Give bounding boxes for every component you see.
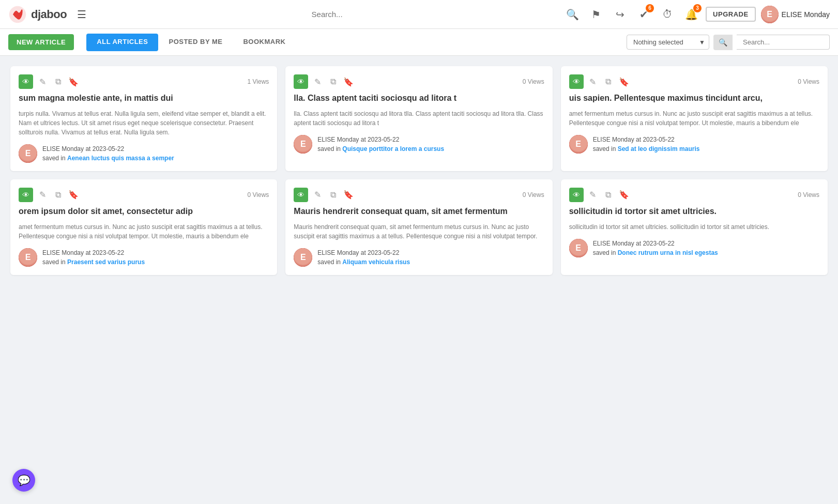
user-avatar: E [761,6,779,23]
tab-all-articles[interactable]: ALL ARTICLES [86,34,158,51]
avatar-face: E [569,135,588,154]
footer-meta: ELISE Monday at 2023-05-22 saved in Prae… [42,248,145,267]
share-button[interactable]: ↪ [611,5,629,24]
flag-button[interactable]: ⚑ [587,5,605,24]
copy-icon-button[interactable]: ⧉ [602,75,615,88]
saved-in-link[interactable]: Aenean luctus quis massa a semper [67,155,174,162]
article-title: uis sapien. Pellentesque maximus tincidu… [569,93,819,104]
user-area[interactable]: E ELISE Monday [761,6,830,23]
article-card: 👁 ✎ ⧉ 🔖 0 Views lla. Class aptent taciti… [285,66,552,171]
footer-meta: ELISE Monday at 2023-05-22 saved in Sed … [593,135,700,154]
views-badge: 1 Views [248,78,269,85]
article-card: 👁 ✎ ⧉ 🔖 0 Views Mauris hendrerit consequ… [285,179,552,275]
avatar-face: E [19,248,37,267]
author-date: ELISE Monday at 2023-05-22 [42,248,145,257]
copy-icon-button[interactable]: ⧉ [327,75,339,88]
bookmark-icon-button[interactable]: 🔖 [618,75,630,88]
eye-icon-button[interactable]: 👁 [19,74,33,89]
card-footer: E ELISE Monday at 2023-05-22 saved in Do… [569,239,819,257]
saved-in-link[interactable]: Aliquam vehicula risus [342,258,410,266]
card-icons: 👁 ✎ ⧉ 🔖 [19,74,80,89]
article-excerpt: turpis nulla. Vivamus at tellus erat. Nu… [19,109,269,137]
card-top: 👁 ✎ ⧉ 🔖 0 Views [19,188,269,202]
copy-icon-button[interactable]: ⧉ [602,189,615,201]
author-date: ELISE Monday at 2023-05-22 [317,248,410,257]
card-icons: 👁 ✎ ⧉ 🔖 [294,188,355,202]
toolbar-search-icon-button[interactable]: 🔍 [713,35,733,50]
card-top: 👁 ✎ ⧉ 🔖 0 Views [294,74,544,89]
edit-icon-button[interactable]: ✎ [36,75,49,88]
eye-icon-button[interactable]: 👁 [19,188,33,202]
search-button[interactable]: 🔍 [563,5,582,24]
copy-icon-button[interactable]: ⧉ [52,75,64,88]
saved-in-link[interactable]: Quisque porttitor a lorem a cursus [342,145,444,152]
edit-icon-button[interactable]: ✎ [587,189,599,201]
eye-icon-button[interactable]: 👁 [569,188,584,202]
author-date: ELISE Monday at 2023-05-22 [593,239,718,248]
card-top: 👁 ✎ ⧉ 🔖 1 Views [19,74,269,89]
article-excerpt: lla. Class aptent taciti sociosqu ad lit… [294,109,544,128]
toolbar: NEW ARTICLE ALL ARTICLES POSTED BY ME BO… [0,29,838,56]
saved-in-link[interactable]: Sed at leo dignissim mauris [618,145,700,152]
tabs-area: ALL ARTICLES POSTED BY ME BOOKMARK [86,34,296,51]
author-avatar: E [294,135,312,154]
author-avatar: E [294,248,312,267]
avatar-face: E [569,239,588,257]
tab-posted-by-me[interactable]: POSTED BY ME [158,34,233,51]
views-badge: 0 Views [523,78,544,85]
filter-select[interactable]: Nothing selected [627,35,709,50]
edit-icon-button[interactable]: ✎ [311,189,324,201]
eye-icon-button[interactable]: 👁 [294,188,308,202]
header-search-input[interactable] [239,10,415,19]
toolbar-right: Nothing selected ▼ 🔍 [627,35,830,50]
eye-icon-button[interactable]: 👁 [569,74,584,89]
edit-icon-button[interactable]: ✎ [311,75,324,88]
tasks-button[interactable]: ✔ 6 [634,5,653,24]
card-icons: 👁 ✎ ⧉ 🔖 [294,74,355,89]
clock-button[interactable]: ⏱ [658,5,677,24]
article-title: orem ipsum dolor sit amet, consectetur a… [19,206,269,217]
card-top: 👁 ✎ ⧉ 🔖 0 Views [569,188,819,202]
edit-icon-button[interactable]: ✎ [587,75,599,88]
saved-in-link[interactable]: Praesent sed varius purus [67,258,145,266]
new-article-button[interactable]: NEW ARTICLE [8,34,74,50]
bell-button[interactable]: 🔔 3 [682,5,700,24]
article-card: 👁 ✎ ⧉ 🔖 1 Views sum magna molestie ante,… [10,66,277,171]
author-date: ELISE Monday at 2023-05-22 [317,135,444,144]
card-footer: E ELISE Monday at 2023-05-22 saved in Al… [294,248,544,267]
article-title: sollicitudin id tortor sit amet ultricie… [569,206,819,217]
header-search-area [91,10,563,19]
bookmark-icon-button[interactable]: 🔖 [67,75,80,88]
logo-area: djaboo ☰ [8,5,91,24]
bookmark-icon-button[interactable]: 🔖 [342,189,355,201]
card-icons: 👁 ✎ ⧉ 🔖 [569,188,630,202]
article-card: 👁 ✎ ⧉ 🔖 0 Views orem ipsum dolor sit ame… [10,179,277,275]
edit-icon-button[interactable]: ✎ [36,189,49,201]
eye-icon-button[interactable]: 👁 [294,74,308,89]
author-avatar: E [569,239,588,257]
tab-bookmark[interactable]: BOOKMARK [233,34,296,51]
author-avatar: E [19,144,37,163]
footer-meta: ELISE Monday at 2023-05-22 saved in Done… [593,239,718,257]
card-footer: E ELISE Monday at 2023-05-22 saved in Qu… [294,135,544,154]
bookmark-icon-button[interactable]: 🔖 [67,189,80,201]
bookmark-icon-button[interactable]: 🔖 [618,189,630,201]
views-badge: 0 Views [248,191,269,198]
author-avatar: E [569,135,588,154]
copy-icon-button[interactable]: ⧉ [52,189,64,201]
toolbar-search-input[interactable] [737,35,830,50]
card-footer: E ELISE Monday at 2023-05-22 saved in Ae… [19,144,269,163]
saved-in-link[interactable]: Donec rutrum urna in nisl egestas [618,249,718,256]
bookmark-icon-button[interactable]: 🔖 [342,75,355,88]
article-title: sum magna molestie ante, in mattis dui [19,93,269,104]
chat-bubble-button[interactable]: 💬 [12,469,35,492]
views-badge: 0 Views [523,191,544,198]
logo-icon [8,5,27,24]
article-card: 👁 ✎ ⧉ 🔖 0 Views sollicitudin id tortor s… [561,179,828,275]
chat-icon: 💬 [18,474,31,486]
hamburger-icon[interactable]: ☰ [77,8,86,21]
footer-meta: ELISE Monday at 2023-05-22 saved in Aene… [42,144,174,163]
main-content: 👁 ✎ ⧉ 🔖 1 Views sum magna molestie ante,… [0,56,838,285]
upgrade-button[interactable]: UPGRADE [706,7,756,22]
copy-icon-button[interactable]: ⧉ [327,189,339,201]
